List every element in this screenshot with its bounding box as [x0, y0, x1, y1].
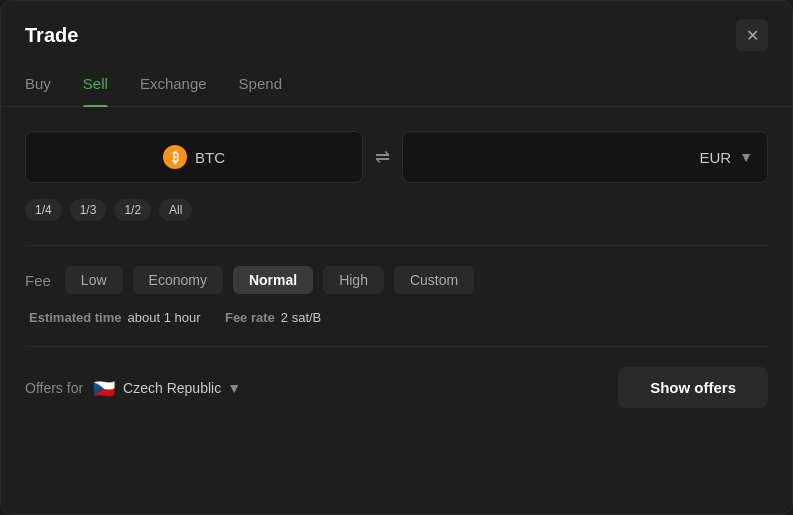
divider-1 [25, 245, 768, 246]
from-currency-label: BTC [195, 149, 225, 166]
exchange-row: ₿ BTC ⇌ EUR ▼ [25, 131, 768, 183]
trade-modal: Trade ✕ Buy Sell Exchange Spend ₿ BTC ⇌ … [0, 0, 793, 515]
fraction-quarter-button[interactable]: 1/4 [25, 199, 62, 221]
tab-sell[interactable]: Sell [83, 65, 108, 106]
fraction-third-button[interactable]: 1/3 [70, 199, 107, 221]
country-chevron-icon: ▼ [227, 380, 241, 396]
modal-body: ₿ BTC ⇌ EUR ▼ 1/4 1/3 1/2 All Fee Low Ec… [1, 107, 792, 428]
fee-custom-button[interactable]: Custom [394, 266, 474, 294]
country-dropdown[interactable]: 🇨🇿 Czech Republic ▼ [93, 380, 241, 396]
fraction-row: 1/4 1/3 1/2 All [25, 199, 768, 221]
country-name: Czech Republic [123, 380, 221, 396]
fraction-all-button[interactable]: All [159, 199, 192, 221]
close-button[interactable]: ✕ [736, 19, 768, 51]
fee-label: Fee [25, 272, 51, 289]
swap-icon[interactable]: ⇌ [375, 146, 390, 168]
modal-title: Trade [25, 24, 78, 47]
country-flag: 🇨🇿 [93, 380, 117, 396]
fee-rate-label: Fee rate [225, 310, 275, 325]
offers-row: Offers for 🇨🇿 Czech Republic ▼ Show offe… [25, 367, 768, 408]
fee-high-button[interactable]: High [323, 266, 384, 294]
to-currency-label: EUR [417, 149, 731, 166]
estimated-time-label: Estimated time [29, 310, 121, 325]
divider-2 [25, 346, 768, 347]
show-offers-button[interactable]: Show offers [618, 367, 768, 408]
tabs-row: Buy Sell Exchange Spend [1, 65, 792, 107]
from-currency-input[interactable]: ₿ BTC [25, 131, 363, 183]
tab-buy[interactable]: Buy [25, 65, 51, 106]
fee-rate-value: 2 sat/B [281, 310, 321, 325]
tab-exchange[interactable]: Exchange [140, 65, 207, 106]
tab-spend[interactable]: Spend [239, 65, 282, 106]
to-currency-select[interactable]: EUR ▼ [402, 131, 768, 183]
offers-for-group: Offers for 🇨🇿 Czech Republic ▼ [25, 380, 241, 396]
estimated-time-value: about 1 hour [127, 310, 200, 325]
fee-normal-button[interactable]: Normal [233, 266, 313, 294]
offers-for-label: Offers for [25, 380, 83, 396]
fee-low-button[interactable]: Low [65, 266, 123, 294]
fee-separator [211, 308, 215, 326]
btc-symbol: ₿ [172, 150, 179, 165]
fee-info-row: Estimated time about 1 hour Fee rate 2 s… [25, 308, 768, 326]
chevron-down-icon: ▼ [739, 149, 753, 165]
fee-economy-button[interactable]: Economy [133, 266, 223, 294]
fee-row: Fee Low Economy Normal High Custom [25, 266, 768, 294]
btc-icon: ₿ [163, 145, 187, 169]
fraction-half-button[interactable]: 1/2 [114, 199, 151, 221]
modal-header: Trade ✕ [1, 1, 792, 65]
